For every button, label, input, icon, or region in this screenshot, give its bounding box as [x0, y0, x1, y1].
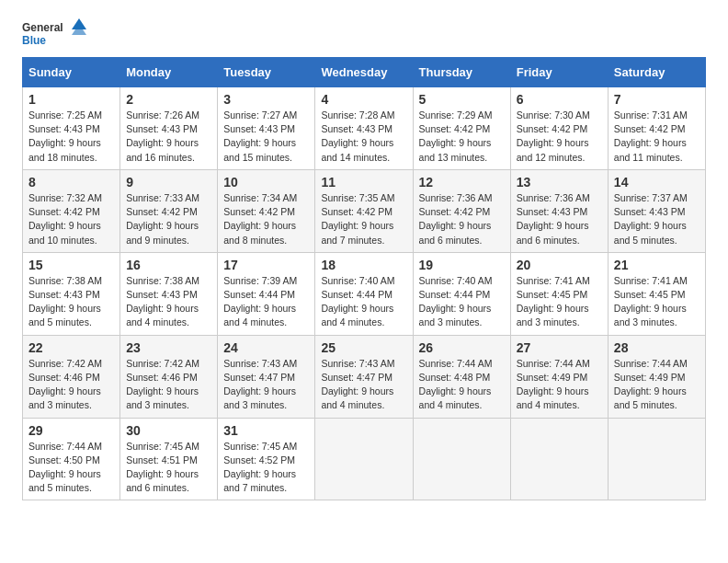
day-info: Sunrise: 7:42 AM Sunset: 4:46 PM Dayligh… [28, 358, 102, 411]
col-header-thursday: Thursday [413, 58, 510, 87]
calendar-cell: 17Sunrise: 7:39 AM Sunset: 4:44 PM Dayli… [218, 252, 315, 335]
calendar-cell: 8Sunrise: 7:32 AM Sunset: 4:42 PM Daylig… [23, 169, 120, 252]
calendar-cell [608, 418, 705, 500]
day-number: 14 [614, 175, 700, 190]
day-info: Sunrise: 7:43 AM Sunset: 4:47 PM Dayligh… [223, 358, 297, 411]
col-header-wednesday: Wednesday [315, 58, 413, 87]
calendar-header-row: SundayMondayTuesdayWednesdayThursdayFrid… [23, 58, 706, 87]
day-number: 11 [321, 175, 406, 190]
day-number: 13 [517, 175, 602, 190]
logo: General Blue [22, 18, 86, 48]
svg-text:Blue: Blue [22, 34, 46, 47]
day-number: 24 [223, 340, 309, 355]
day-number: 29 [28, 423, 114, 438]
calendar-cell: 28Sunrise: 7:44 AM Sunset: 4:49 PM Dayli… [608, 335, 705, 418]
day-info: Sunrise: 7:34 AM Sunset: 4:42 PM Dayligh… [223, 192, 297, 246]
day-info: Sunrise: 7:32 AM Sunset: 4:42 PM Dayligh… [28, 192, 102, 246]
calendar-cell: 27Sunrise: 7:44 AM Sunset: 4:49 PM Dayli… [510, 335, 608, 418]
week-row-2: 8Sunrise: 7:32 AM Sunset: 4:42 PM Daylig… [23, 169, 706, 252]
day-info: Sunrise: 7:45 AM Sunset: 4:51 PM Dayligh… [126, 441, 199, 494]
day-number: 30 [126, 423, 211, 438]
day-number: 3 [223, 92, 309, 107]
week-row-1: 1Sunrise: 7:25 AM Sunset: 4:43 PM Daylig… [23, 87, 706, 170]
calendar-cell: 30Sunrise: 7:45 AM Sunset: 4:51 PM Dayli… [120, 418, 218, 500]
day-number: 4 [321, 92, 406, 107]
day-number: 17 [223, 258, 309, 272]
day-number: 6 [517, 92, 602, 107]
calendar-cell: 7Sunrise: 7:31 AM Sunset: 4:42 PM Daylig… [608, 87, 705, 170]
calendar-cell: 14Sunrise: 7:37 AM Sunset: 4:43 PM Dayli… [608, 169, 705, 252]
col-header-tuesday: Tuesday [218, 58, 315, 87]
day-info: Sunrise: 7:30 AM Sunset: 4:42 PM Dayligh… [517, 109, 590, 163]
day-number: 22 [28, 340, 114, 355]
day-info: Sunrise: 7:29 AM Sunset: 4:42 PM Dayligh… [419, 109, 493, 163]
calendar-cell [315, 418, 413, 500]
calendar-cell: 26Sunrise: 7:44 AM Sunset: 4:48 PM Dayli… [413, 335, 510, 418]
calendar-cell: 20Sunrise: 7:41 AM Sunset: 4:45 PM Dayli… [510, 252, 608, 335]
day-info: Sunrise: 7:36 AM Sunset: 4:42 PM Dayligh… [419, 192, 493, 246]
day-info: Sunrise: 7:26 AM Sunset: 4:43 PM Dayligh… [126, 109, 199, 163]
calendar-cell [510, 418, 608, 500]
day-info: Sunrise: 7:28 AM Sunset: 4:43 PM Dayligh… [321, 109, 394, 163]
calendar-cell: 19Sunrise: 7:40 AM Sunset: 4:44 PM Dayli… [413, 252, 510, 335]
day-number: 19 [419, 258, 505, 272]
day-info: Sunrise: 7:44 AM Sunset: 4:49 PM Dayligh… [517, 358, 590, 411]
day-info: Sunrise: 7:44 AM Sunset: 4:49 PM Dayligh… [614, 358, 688, 411]
day-info: Sunrise: 7:38 AM Sunset: 4:43 PM Dayligh… [126, 275, 199, 328]
calendar-cell: 9Sunrise: 7:33 AM Sunset: 4:42 PM Daylig… [120, 169, 218, 252]
day-number: 21 [614, 258, 700, 272]
calendar-cell: 11Sunrise: 7:35 AM Sunset: 4:42 PM Dayli… [315, 169, 413, 252]
week-row-4: 22Sunrise: 7:42 AM Sunset: 4:46 PM Dayli… [23, 335, 706, 418]
calendar-cell: 2Sunrise: 7:26 AM Sunset: 4:43 PM Daylig… [120, 87, 218, 170]
calendar-cell: 31Sunrise: 7:45 AM Sunset: 4:52 PM Dayli… [218, 418, 315, 500]
calendar-cell: 24Sunrise: 7:43 AM Sunset: 4:47 PM Dayli… [218, 335, 315, 418]
calendar-cell: 29Sunrise: 7:44 AM Sunset: 4:50 PM Dayli… [23, 418, 120, 500]
day-number: 20 [517, 258, 602, 272]
day-info: Sunrise: 7:41 AM Sunset: 4:45 PM Dayligh… [614, 275, 688, 328]
header: General Blue [22, 18, 706, 48]
day-info: Sunrise: 7:35 AM Sunset: 4:42 PM Dayligh… [321, 192, 394, 246]
col-header-friday: Friday [510, 58, 608, 87]
day-number: 15 [28, 258, 114, 272]
calendar-cell: 25Sunrise: 7:43 AM Sunset: 4:47 PM Dayli… [315, 335, 413, 418]
svg-text:General: General [22, 21, 63, 34]
day-number: 27 [517, 340, 602, 355]
col-header-monday: Monday [120, 58, 218, 87]
day-number: 2 [126, 92, 211, 107]
week-row-5: 29Sunrise: 7:44 AM Sunset: 4:50 PM Dayli… [23, 418, 706, 500]
day-info: Sunrise: 7:38 AM Sunset: 4:43 PM Dayligh… [28, 275, 102, 328]
day-number: 31 [223, 423, 309, 438]
day-info: Sunrise: 7:44 AM Sunset: 4:48 PM Dayligh… [419, 358, 493, 411]
day-number: 18 [321, 258, 406, 272]
calendar-cell [413, 418, 510, 500]
day-number: 9 [126, 175, 211, 190]
day-number: 23 [126, 340, 211, 355]
day-info: Sunrise: 7:31 AM Sunset: 4:42 PM Dayligh… [614, 109, 688, 163]
day-number: 25 [321, 340, 406, 355]
day-info: Sunrise: 7:39 AM Sunset: 4:44 PM Dayligh… [223, 275, 297, 328]
calendar-cell: 12Sunrise: 7:36 AM Sunset: 4:42 PM Dayli… [413, 169, 510, 252]
day-number: 12 [419, 175, 505, 190]
calendar-cell: 1Sunrise: 7:25 AM Sunset: 4:43 PM Daylig… [23, 87, 120, 170]
day-number: 5 [419, 92, 505, 107]
calendar-cell: 5Sunrise: 7:29 AM Sunset: 4:42 PM Daylig… [413, 87, 510, 170]
day-number: 7 [614, 92, 700, 107]
day-number: 1 [28, 92, 114, 107]
day-info: Sunrise: 7:43 AM Sunset: 4:47 PM Dayligh… [321, 358, 394, 411]
calendar-cell: 15Sunrise: 7:38 AM Sunset: 4:43 PM Dayli… [23, 252, 120, 335]
day-info: Sunrise: 7:25 AM Sunset: 4:43 PM Dayligh… [28, 109, 102, 163]
day-info: Sunrise: 7:37 AM Sunset: 4:43 PM Dayligh… [614, 192, 688, 246]
day-number: 16 [126, 258, 211, 272]
day-info: Sunrise: 7:40 AM Sunset: 4:44 PM Dayligh… [419, 275, 493, 328]
col-header-sunday: Sunday [23, 58, 120, 87]
day-info: Sunrise: 7:36 AM Sunset: 4:43 PM Dayligh… [517, 192, 590, 246]
day-number: 28 [614, 340, 700, 355]
day-info: Sunrise: 7:33 AM Sunset: 4:42 PM Dayligh… [126, 192, 199, 246]
day-info: Sunrise: 7:42 AM Sunset: 4:46 PM Dayligh… [126, 358, 199, 411]
calendar-cell: 6Sunrise: 7:30 AM Sunset: 4:42 PM Daylig… [510, 87, 608, 170]
day-number: 8 [28, 175, 114, 190]
col-header-saturday: Saturday [608, 58, 705, 87]
day-info: Sunrise: 7:40 AM Sunset: 4:44 PM Dayligh… [321, 275, 394, 328]
week-row-3: 15Sunrise: 7:38 AM Sunset: 4:43 PM Dayli… [23, 252, 706, 335]
calendar-cell: 10Sunrise: 7:34 AM Sunset: 4:42 PM Dayli… [218, 169, 315, 252]
